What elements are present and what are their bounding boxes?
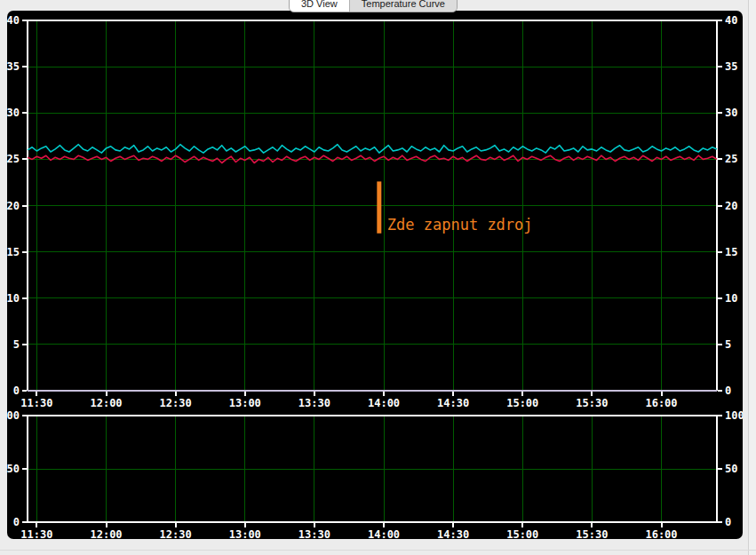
- x-axis-label: 16:00: [645, 397, 677, 409]
- y-axis-label: 20: [7, 200, 20, 212]
- y-axis-label: 0: [13, 385, 20, 397]
- annotation-marker-bar: [377, 181, 381, 233]
- x-axis-label: 13:30: [298, 397, 330, 409]
- annotation-text: Zde zapnut zdroj: [387, 216, 533, 234]
- y-axis-label: 15: [7, 246, 20, 258]
- y-axis-label: 35: [7, 60, 20, 73]
- x-axis-label: 15:30: [576, 397, 608, 409]
- right-gutter: [749, 0, 756, 555]
- y-axis-label: 35: [725, 60, 737, 73]
- y-axis-label: 10: [725, 292, 737, 305]
- y-axis-label: 100: [7, 409, 20, 422]
- x-axis-label: 12:00: [90, 397, 122, 409]
- y-axis-label: 0: [725, 516, 731, 528]
- x-axis-label: 15:00: [506, 528, 538, 539]
- bottom-divider: [0, 550, 756, 551]
- y-axis-label: 15: [725, 246, 737, 258]
- x-axis-label: 11:30: [20, 397, 52, 409]
- chart-panel: 0055101015152020252530303535404011:3012:…: [7, 11, 743, 539]
- x-axis-label: 15:30: [576, 528, 608, 539]
- x-axis-label: 12:00: [90, 528, 122, 539]
- x-axis-label: 13:00: [229, 397, 261, 409]
- main-temperature-chart: 0055101015152020252530303535404011:3012:…: [7, 14, 737, 409]
- y-axis-label: 30: [7, 107, 20, 119]
- x-axis-label: 13:30: [298, 528, 330, 539]
- y-axis-label: 5: [13, 338, 20, 351]
- y-axis-label: 5: [725, 338, 731, 351]
- x-axis-label: 14:00: [368, 397, 400, 409]
- y-axis-label: 20: [725, 200, 737, 212]
- x-axis-label: 13:00: [229, 528, 261, 539]
- y-axis-label: 40: [725, 14, 737, 27]
- secondary-chart: 00505010010011:3012:0012:3013:0013:3014:…: [7, 409, 743, 539]
- x-axis-label: 16:00: [645, 528, 677, 539]
- series-temperature-upper: [28, 145, 717, 153]
- x-axis-label: 14:00: [368, 528, 400, 539]
- right-divider: [748, 0, 749, 555]
- x-axis-label: 15:00: [506, 397, 538, 409]
- view-tab-control: 3D View Temperature Curve: [289, 0, 458, 12]
- y-axis-label: 25: [725, 153, 737, 165]
- y-axis-label: 0: [725, 385, 731, 397]
- tab-3d-view[interactable]: 3D View: [290, 0, 349, 12]
- y-axis-label: 50: [7, 463, 20, 475]
- x-axis-label: 14:30: [437, 528, 469, 539]
- tab-temperature-curve[interactable]: Temperature Curve: [349, 0, 457, 12]
- tab-bar: 3D View Temperature Curve: [0, 0, 756, 11]
- x-axis-label: 14:30: [437, 397, 469, 409]
- temperature-charts: 0055101015152020252530303535404011:3012:…: [7, 11, 743, 539]
- x-axis-label: 12:30: [160, 397, 192, 409]
- y-axis-label: 30: [725, 107, 737, 119]
- y-axis-label: 0: [13, 516, 20, 528]
- y-axis-label: 25: [7, 153, 20, 165]
- y-axis-label: 100: [725, 409, 743, 422]
- y-axis-label: 40: [7, 14, 20, 27]
- y-axis-label: 10: [7, 292, 20, 305]
- y-axis-label: 50: [725, 463, 737, 475]
- x-axis-label: 11:30: [20, 528, 52, 539]
- x-axis-label: 12:30: [160, 528, 192, 539]
